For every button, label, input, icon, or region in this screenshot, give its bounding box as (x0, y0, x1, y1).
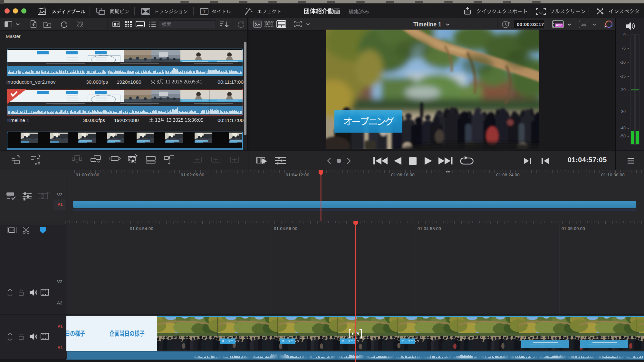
svg-text:-5: -5 (622, 46, 626, 51)
svg-text:PXY: PXY (556, 24, 562, 27)
svg-text:-10: -10 (620, 60, 626, 65)
svg-text:-20: -20 (620, 88, 626, 92)
svg-text:-50: -50 (620, 134, 626, 138)
svg-text:-40: -40 (620, 126, 626, 130)
svg-text:-15: -15 (620, 74, 626, 79)
svg-text:-30: -30 (620, 109, 626, 114)
svg-text:0: 0 (623, 32, 626, 37)
svg-text:T: T (203, 9, 206, 14)
